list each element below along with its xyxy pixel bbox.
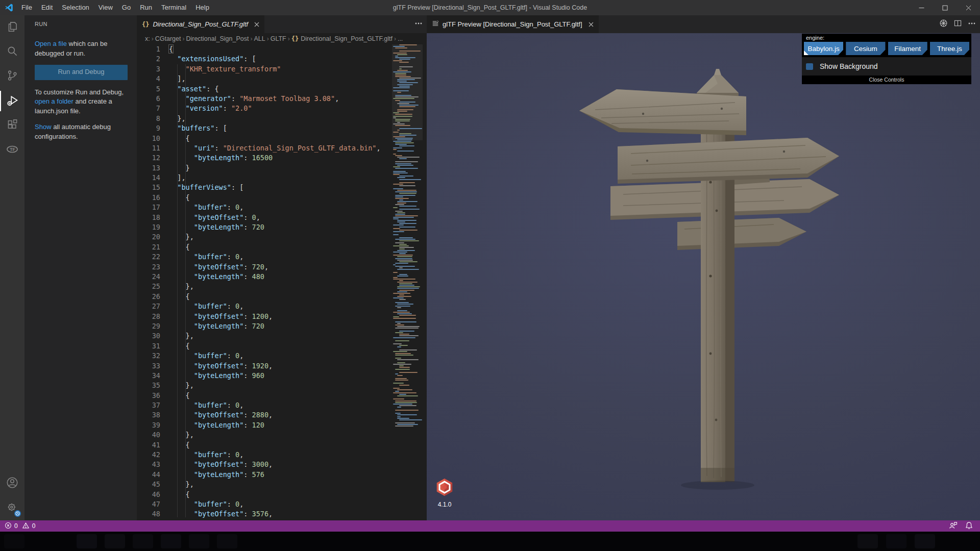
error-count: 0: [14, 522, 18, 530]
preview-tab-close-icon[interactable]: [589, 22, 594, 27]
taskbar-item: [886, 534, 906, 548]
show-background-checkbox[interactable]: [806, 63, 813, 70]
minimap[interactable]: [392, 44, 423, 520]
breadcrumb-item[interactable]: CGtarget: [155, 35, 181, 42]
breadcrumb-item[interactable]: ALL: [254, 35, 265, 42]
menu-view[interactable]: View: [94, 0, 117, 15]
menu-selection[interactable]: Selection: [57, 0, 93, 15]
minimap-line: [397, 151, 414, 152]
minimap-line: [399, 44, 417, 45]
menu-terminal[interactable]: Terminal: [157, 0, 191, 15]
menu-run[interactable]: Run: [135, 0, 157, 15]
gltf-3d-viewport[interactable]: engine: Babylon.jsCesiumFilamentThree.js…: [427, 33, 980, 520]
close-controls-button[interactable]: Close Controls: [802, 76, 971, 84]
engine-tab-three-js[interactable]: Three.js: [930, 42, 969, 55]
breadcrumb-item[interactable]: GLTF: [271, 35, 286, 42]
minimap-line: [397, 359, 419, 360]
tab-close-icon[interactable]: [254, 22, 259, 27]
sidebar-item-gltf-tools[interactable]: TF: [0, 138, 24, 162]
breadcrumb: x:›CGtarget›Directional_Sign_Post›ALL›GL…: [137, 33, 427, 44]
feedback-icon[interactable]: [949, 521, 958, 531]
problems-status[interactable]: 0 0: [0, 522, 37, 531]
minimap-line: [399, 274, 407, 275]
breadcrumb-separator-icon: ›: [249, 35, 254, 42]
gltf-tools-icon: TF: [5, 142, 19, 158]
gltf-wheel-icon[interactable]: [939, 19, 948, 30]
code-line: 26 {: [137, 292, 392, 302]
breadcrumb-separator-icon: ›: [286, 35, 291, 42]
engine-controls-panel: engine: Babylon.jsCesiumFilamentThree.js…: [802, 34, 971, 84]
split-editor-icon[interactable]: [954, 19, 962, 29]
code-line: 42 "buffer": 0,: [137, 450, 392, 460]
breadcrumb-item[interactable]: ...: [398, 35, 403, 42]
minimap-line: [397, 177, 405, 178]
minimap-line: [399, 244, 407, 245]
accounts-button[interactable]: [0, 471, 24, 496]
code-line: 17 "buffer": 0,: [137, 203, 392, 212]
minimap-line: [399, 68, 402, 69]
run-and-debug-button[interactable]: Run and Debug: [35, 65, 128, 80]
minimap-line: [397, 407, 401, 408]
open-file-link[interactable]: Open a file: [35, 40, 67, 47]
tab-gltf-file[interactable]: {} Directional_Sign_Post_GLTF.gltf: [137, 15, 264, 33]
minimap-line: [397, 310, 407, 311]
signpost-model: [427, 33, 980, 520]
code-editor[interactable]: 1{2 "extensionsUsed": [3 "KHR_texture_tr…: [137, 44, 392, 520]
sidebar-item-explorer[interactable]: [0, 15, 24, 40]
menu-edit[interactable]: Edit: [37, 0, 57, 15]
taskbar-item: [77, 534, 97, 548]
minimap-line: [397, 54, 407, 55]
minimap-line: [393, 136, 405, 137]
manage-button[interactable]: [0, 496, 24, 520]
bell-icon[interactable]: [965, 521, 973, 531]
error-icon: [5, 522, 12, 531]
show-background-row[interactable]: Show Background: [802, 57, 971, 76]
sidebar-item-run-and-debug[interactable]: [0, 89, 24, 113]
menu-help[interactable]: Help: [191, 0, 214, 15]
minimap-line: [393, 90, 409, 91]
show-link[interactable]: Show: [35, 123, 52, 131]
minimap-line: [395, 168, 418, 169]
breadcrumb-item[interactable]: x:: [145, 35, 150, 42]
code-line: 43 "byteOffset": 3000,: [137, 460, 392, 469]
maximize-icon[interactable]: [933, 0, 957, 15]
minimap-line: [397, 92, 401, 93]
sidebar-item-extensions[interactable]: [0, 113, 24, 138]
tab-gltf-preview[interactable]: glTF Preview [Directional_Sign_Post_GLTF…: [427, 15, 599, 33]
taskbar-item: [161, 534, 181, 548]
taskbar-item: [189, 534, 209, 548]
minimap-line: [393, 392, 416, 393]
engine-tab-cesium[interactable]: Cesium: [846, 42, 885, 55]
engine-tab-babylon-js[interactable]: Babylon.js: [804, 42, 843, 55]
breadcrumb-item[interactable]: Directional_Sign_Post: [186, 35, 249, 42]
code-line: 35 },: [137, 381, 392, 390]
minimap-line: [399, 206, 416, 207]
code-line: 34 "byteLength": 960: [137, 371, 392, 381]
code-line: 2 "extensionsUsed": [: [137, 54, 392, 64]
minimap-line: [399, 365, 404, 366]
code-line: 27 "buffer": 0,: [137, 302, 392, 311]
sidebar-item-source-control[interactable]: [0, 64, 24, 89]
minimize-icon[interactable]: [910, 0, 933, 15]
minimap-line: [395, 263, 408, 264]
open-file-text: Open a file which can be debugged or run…: [35, 39, 128, 58]
sidebar-item-search[interactable]: [0, 40, 24, 64]
minimap-line: [399, 133, 411, 134]
open-folder-link[interactable]: open a folder: [35, 97, 74, 105]
tab-label: Directional_Sign_Post_GLTF.gltf: [153, 20, 248, 28]
engine-badge: 4.1.0: [435, 478, 454, 508]
code-line: 8 },: [137, 114, 392, 123]
menu-file[interactable]: File: [17, 0, 37, 15]
minimap-line: [397, 201, 418, 202]
minimap-line: [399, 248, 405, 249]
engine-tab-filament[interactable]: Filament: [888, 42, 927, 55]
more-actions-icon[interactable]: [968, 19, 976, 30]
more-actions-icon[interactable]: [414, 19, 423, 30]
breadcrumb-item[interactable]: Directional_Sign_Post_GLTF.gltf: [301, 35, 393, 42]
close-icon[interactable]: [957, 0, 980, 15]
minimap-line: [397, 122, 400, 123]
minimap-line: [395, 400, 416, 402]
minimap-line: [399, 315, 416, 316]
menu-go[interactable]: Go: [117, 0, 135, 15]
minimap-line: [393, 398, 404, 399]
